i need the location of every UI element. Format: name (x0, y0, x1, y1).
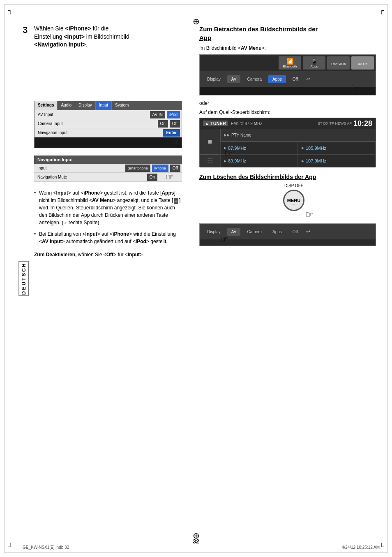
loeschen-heading: Zum Löschen des Bildschirmbilds der App (199, 174, 388, 180)
menu-display: Display (75, 101, 96, 110)
apps-tab-2: Apps (268, 228, 286, 236)
back-btn-2: ↩ (306, 229, 310, 234)
menu-settings: Settings (35, 101, 58, 110)
off-value: Off (170, 120, 180, 128)
av-input-label: AV Input (35, 112, 150, 117)
tuner-screenshot: ▲ TUNER FM1 ▽ 87.9 MHz ST DX TP NEWS AF … (199, 118, 376, 167)
bullet-text-2: Bei Einstellung von <Input> auf <iPhone>… (39, 230, 183, 245)
freq-icon-2: ▶ (302, 146, 304, 150)
av-menu-2-screenshot: Display AV Camera Apps Off ↩ ☞ (199, 223, 376, 246)
step-text: Wählen Sie <iPhone> für die Einstellung … (34, 25, 129, 49)
nav-input-rows: Input Smartphone iPhone Off Navigation M… (34, 164, 182, 182)
icon-inline: ≡ (174, 198, 178, 204)
hand-cursor-2: ☞ (166, 172, 174, 183)
camera-tab: Camera (243, 75, 266, 83)
av-menu-bottom: Display AV Camera Apps Off ↩ (200, 71, 376, 87)
input-label: Input (34, 166, 125, 170)
freq-value-3: 89.9MHz (228, 158, 246, 163)
av-tab-2: AV (227, 228, 241, 236)
nav-mute-label: Navigation Mute (34, 175, 147, 179)
footer-right: 4/24/12 10:25:12 AM (342, 545, 380, 550)
on-value2: On (147, 174, 157, 181)
bullet-2: • (34, 230, 39, 245)
oder-text: oder (199, 100, 388, 106)
tuner-icon-2: ☷ (200, 155, 220, 167)
left-column: 3 Wählen Sie <iPhone> für die Einstellun… (23, 25, 183, 258)
tuner-pty: ▶▶ PTY Name (220, 129, 376, 142)
tuner-indicators: ST DX TP NEWS AF (318, 121, 352, 125)
main-content: 3 Wählen Sie <iPhone> für die Einstellun… (23, 25, 380, 532)
menu-system: System (112, 101, 132, 110)
pty-name: PTY Name (231, 133, 251, 137)
apps-tab: Apps (268, 75, 286, 83)
tuner-freq: FM1 ▽ 87.9 MHz (231, 121, 318, 126)
disp-off-label: DISP OFF (284, 183, 303, 188)
back-btn: ↩ (306, 76, 310, 82)
settings-screenshot: Settings Audio Display Input System AV I… (34, 101, 182, 148)
bullet-1: • (34, 189, 39, 226)
menu-button-container: MENU ··· ☞ (283, 190, 304, 211)
freq-value-2: 105.9MHz (306, 146, 326, 151)
apps-btn: 📱 Apps (303, 56, 325, 70)
freq-icon-3: ▶ (224, 159, 226, 163)
menu-audio: Audio (58, 101, 75, 110)
menu-button[interactable]: MENU ··· (283, 190, 304, 211)
av-input-row: AV Input AV-IN iPod (35, 110, 182, 119)
page-number: 32 (193, 538, 199, 545)
nav-mute-row: Navigation Mute On (34, 173, 182, 182)
menu-rows: AV Input AV-IN iPod Camera Input On Off … (35, 110, 182, 137)
bluetooth-btn: 📶 Bluetooth (279, 56, 301, 70)
camera-input-row: Camera Input On Off (35, 119, 182, 128)
nav-input-label: Navigation Input (35, 130, 163, 135)
av-off-btn: AV Off (351, 56, 374, 70)
step3-header: 3 Wählen Sie <iPhone> für die Einstellun… (23, 25, 183, 62)
av-menu-screenshot: 📶 Bluetooth 📱 Apps Front AUX AV Off Disp… (199, 54, 376, 95)
ipod-value: iPod (167, 111, 180, 118)
reg-mark-tl: ┐ (6, 6, 14, 14)
menu-input: Input (96, 101, 112, 110)
freq-icon-4: ▶ (302, 159, 304, 163)
right-heading-1: Zum Betrachten des Bildschirmbilds derAp… (199, 25, 388, 42)
off-tab: Off (288, 75, 302, 83)
tuner-header: ▲ TUNER FM1 ▽ 87.9 MHz ST DX TP NEWS AF … (200, 118, 376, 129)
iphone-value: iPhone (152, 165, 168, 172)
camera-tab-2: Camera (243, 228, 266, 236)
hand-cursor-4: ☞ (224, 149, 233, 159)
bullet-item-1: • Wenn <Input> auf <iPhone> gestellt ist… (34, 189, 183, 226)
input-row: Input Smartphone iPhone Off (34, 164, 182, 173)
off-tab-2: Off (288, 228, 302, 236)
freq-value-4: 107.9MHz (306, 158, 326, 163)
footer-left: GE_KW-NSX1[E].indb 32 (23, 545, 69, 550)
front-aux-btn: Front AUX (327, 56, 350, 70)
step-number: 3 (23, 25, 28, 35)
nav-input-row: Navigation Input Enter (35, 128, 182, 137)
reg-mark-bl: ┘ (6, 543, 14, 551)
menu-button-wrap: DISP OFF MENU ··· ☞ (199, 183, 388, 211)
bullet-text-1: Wenn <Input> auf <iPhone> gestellt ist, … (39, 189, 183, 226)
hand-cursor-5: ☞ (305, 209, 314, 220)
off-value2: Off (170, 165, 180, 172)
deactivate-text: Zum Deaktivieren, wählen Sie <Off> für <… (34, 251, 183, 258)
right-column: Zum Betrachten des Bildschirmbilds derAp… (199, 25, 388, 246)
quell-text: Auf dem Quell-Steuerbildschirm: (199, 109, 388, 115)
menu-bar: Settings Audio Display Input System (35, 101, 182, 110)
nav-input-header: Navigation Input (34, 155, 182, 164)
menu-label: MENU (287, 198, 300, 203)
tuner-label: ▲ TUNER (203, 121, 228, 126)
bullet-section: • Wenn <Input> auf <iPhone> gestellt ist… (34, 189, 183, 245)
tuner-icon: ■ (200, 129, 220, 155)
camera-input-label: Camera Input (35, 121, 158, 126)
step-text-line1: Wählen Sie <iPhone> für die Einstellung … (34, 25, 129, 48)
av-in-value: AV-IN (150, 111, 165, 118)
on-value: On (158, 120, 168, 128)
av-tab: AV (227, 75, 241, 83)
freq-cell-4: ▶ 107.9MHz (298, 155, 376, 167)
freq-cell-2: ▶ 105.9MHz (298, 142, 376, 154)
tuner-body: ■ ▶▶ PTY Name ▶ 87.9MHz ▶ 105.9MHz ☷ (200, 129, 376, 167)
hand-cursor-1: ☞ (172, 135, 181, 147)
hand-cursor-6: ☞ (220, 234, 228, 245)
smartphone-value: Smartphone (125, 165, 150, 172)
display-tab: Display (203, 75, 225, 83)
hand-cursor-3: ☞ (351, 83, 359, 93)
reg-mark-tr: ┌ (378, 6, 386, 14)
